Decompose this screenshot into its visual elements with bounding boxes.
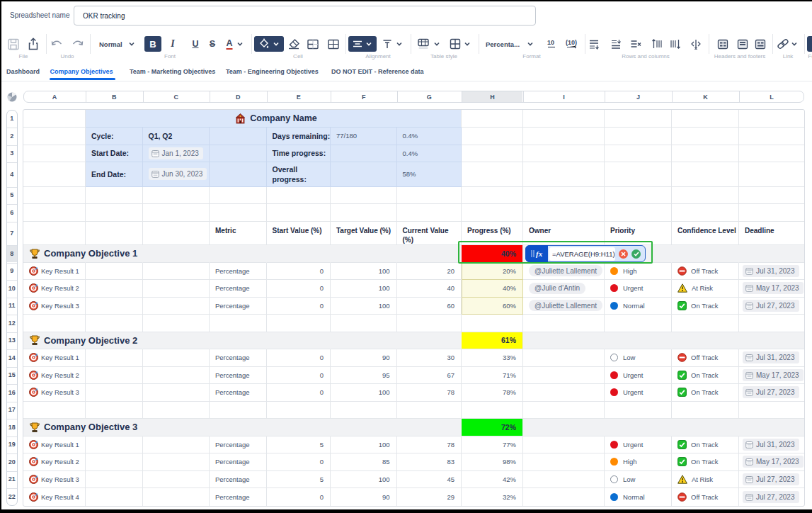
svg-text:fx: fx	[536, 249, 543, 258]
svg-text:(10): (10)	[566, 39, 577, 46]
svg-text:10: 10	[547, 39, 554, 46]
